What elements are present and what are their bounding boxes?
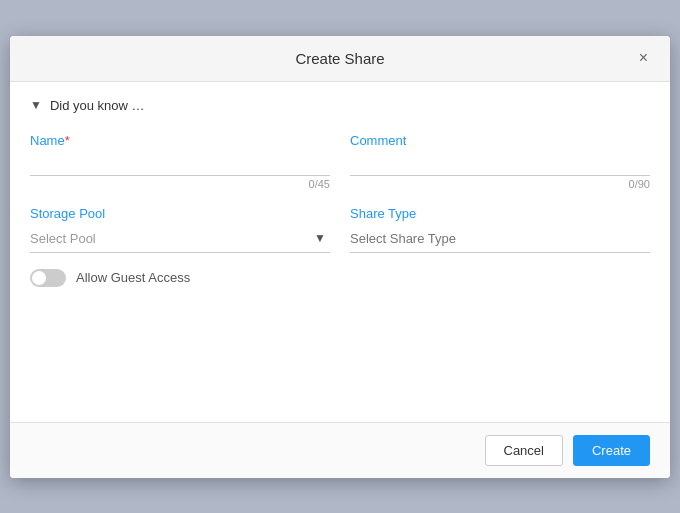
modal-dialog: Create Share × ▼ Did you know … Name* [10,36,670,478]
close-button[interactable]: × [633,48,654,68]
info-banner[interactable]: ▼ Did you know … [30,98,650,113]
cancel-button[interactable]: Cancel [485,435,563,466]
storage-pool-group: Storage Pool Select Pool ▼ [30,206,330,253]
guest-access-toggle[interactable] [30,269,66,287]
name-char-count: 0/45 [30,178,330,190]
modal-footer: Cancel Create [10,422,670,478]
pool-sharetype-row: Storage Pool Select Pool ▼ Share Type [30,206,650,253]
name-label: Name* [30,133,330,148]
modal-title: Create Share [295,50,384,67]
name-comment-row: Name* 0/45 Comment 0/90 [30,133,650,190]
storage-pool-label: Storage Pool [30,206,330,221]
name-group: Name* 0/45 [30,133,330,190]
comment-input[interactable] [350,152,650,176]
modal-body: ▼ Did you know … Name* 0/45 Comment [10,82,670,422]
modal-content-area: ▼ Did you know … Name* 0/45 Comment [30,98,650,398]
guest-access-row: Allow Guest Access [30,269,650,287]
required-marker: * [65,133,70,148]
modal-overlay: Create Share × ▼ Did you know … Name* [0,0,680,513]
create-button[interactable]: Create [573,435,650,466]
guest-access-label: Allow Guest Access [76,270,190,285]
comment-group: Comment 0/90 [350,133,650,190]
toggle-slider [30,269,66,287]
name-input[interactable] [30,152,330,176]
storage-pool-select[interactable]: Select Pool [30,225,330,252]
share-type-label: Share Type [350,206,650,221]
info-banner-arrow-icon: ▼ [30,98,42,112]
share-type-group: Share Type [350,206,650,253]
comment-char-count: 0/90 [350,178,650,190]
info-banner-text: Did you know … [50,98,145,113]
modal-header: Create Share × [10,36,670,82]
share-type-input[interactable] [350,225,650,253]
comment-label: Comment [350,133,650,148]
storage-pool-select-wrapper: Select Pool ▼ [30,225,330,253]
